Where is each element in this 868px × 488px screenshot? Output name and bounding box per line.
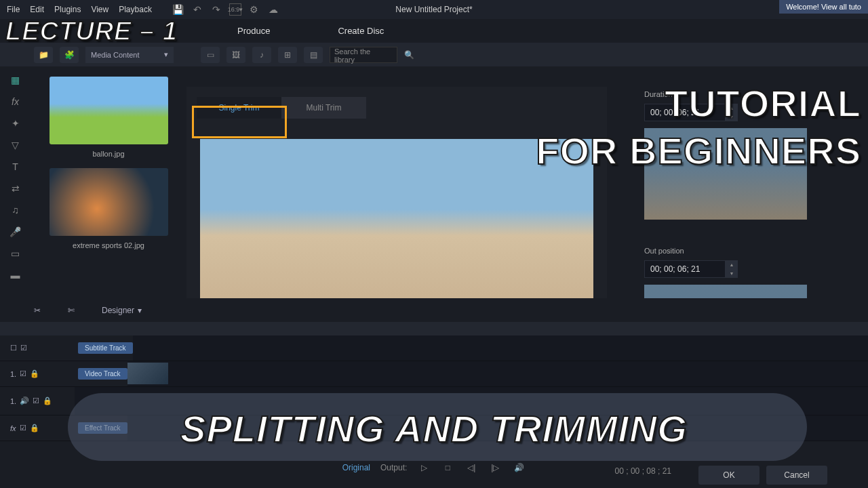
particle-room-icon[interactable]: ▽: [6, 137, 25, 153]
spinner-down-icon[interactable]: ▼: [726, 269, 738, 278]
view-audio-icon[interactable]: ♪: [252, 47, 271, 63]
chevron-down-icon: ▾: [138, 306, 142, 315]
designer-dropdown[interactable]: Designer▾: [102, 306, 142, 315]
aspect-icon[interactable]: 16:9▾: [229, 3, 241, 16]
next-frame-icon[interactable]: |▷: [488, 461, 502, 474]
out-position-label: Out position: [644, 247, 854, 255]
view-image-icon[interactable]: 🖼: [226, 47, 245, 63]
ok-button[interactable]: OK: [698, 466, 760, 485]
volume-icon[interactable]: 🔊: [512, 461, 526, 474]
original-label[interactable]: Original: [342, 463, 370, 472]
plugin-icon[interactable]: 🧩: [60, 47, 79, 63]
media-panel: ballon.jpg extreme sports 02.jpg: [31, 66, 186, 321]
track-lock-icon[interactable]: 🔒: [30, 369, 39, 378]
track-num: 1.: [10, 370, 16, 378]
menu-plugins[interactable]: Plugins: [54, 5, 81, 14]
spinner-up-icon[interactable]: ▲: [726, 260, 738, 269]
undo-icon[interactable]: ↶: [191, 3, 203, 16]
video-track: 1. ☑ 🔒 Video Track: [0, 361, 868, 387]
title-room-icon[interactable]: T: [6, 159, 25, 175]
grid-icon[interactable]: ⊞: [278, 47, 297, 63]
overlay-splitting: SPLITTING AND TRIMMING: [180, 407, 688, 451]
filter-icon[interactable]: ▤: [304, 47, 323, 63]
save-icon[interactable]: 💾: [172, 3, 184, 16]
project-title: New Untitled Project*: [395, 5, 472, 14]
redo-icon[interactable]: ↷: [210, 3, 222, 16]
subtitle-track-label[interactable]: Subtitle Track: [78, 342, 133, 354]
track-num: 1.: [10, 397, 16, 405]
output-label[interactable]: Output:: [380, 463, 407, 472]
welcome-banner[interactable]: Welcome! View all tuto: [779, 0, 868, 14]
media-label-2: extreme sports 02.jpg: [37, 241, 180, 249]
cut-icon[interactable]: ✄: [68, 306, 75, 315]
fx-icon: fx: [10, 424, 16, 432]
fx-room-icon[interactable]: fx: [6, 94, 25, 110]
tab-multi-trim[interactable]: Multi Trim: [281, 97, 366, 119]
cloud-icon[interactable]: ☁: [267, 3, 279, 16]
tab-create-disc[interactable]: Create Disc: [338, 26, 384, 36]
track-visible-icon[interactable]: ☑: [33, 396, 39, 405]
track-lock-icon[interactable]: 🔒: [43, 396, 52, 405]
overlay-lecture: LECTURE – 1: [5, 17, 178, 46]
video-track-label[interactable]: Video Track: [78, 368, 127, 380]
center-panel: ▶ Trim | Skateboard Single Trim Multi Tr…: [186, 66, 631, 321]
cancel-button[interactable]: Cancel: [766, 466, 827, 485]
menubar: File Edit Plugins View Playback 💾 ↶ ↷ 16…: [0, 0, 868, 19]
menu-file[interactable]: File: [7, 5, 20, 14]
trim-dialog: Single Trim Multi Trim: [186, 87, 607, 325]
subtitle-room-icon[interactable]: ▬: [6, 267, 25, 283]
out-spinner[interactable]: ▲ ▼: [726, 260, 738, 278]
menu-playback[interactable]: Playback: [119, 5, 152, 14]
media-content-dropdown[interactable]: Media Content▾: [85, 47, 174, 63]
menu-view[interactable]: View: [91, 5, 108, 14]
search-icon[interactable]: 🔍: [404, 50, 414, 60]
pip-room-icon[interactable]: ✦: [6, 115, 25, 131]
transition-room-icon[interactable]: ⇄: [6, 180, 25, 197]
trim-preview[interactable]: [200, 139, 593, 315]
track-visible-icon[interactable]: ☑: [20, 369, 26, 378]
playback-timecode: 00 ; 00 ; 08 ; 21: [615, 466, 671, 476]
search-input[interactable]: Search the library: [330, 47, 397, 63]
track-lock-icon[interactable]: 🔒: [30, 424, 39, 432]
left-sidebar: ▦ fx ✦ ▽ T ⇄ ♫ 🎤 ▭ ▬: [0, 66, 31, 321]
subtitle-track-content[interactable]: [133, 336, 868, 361]
track-checkbox[interactable]: ☐: [10, 344, 17, 352]
media-room-icon[interactable]: ▦: [6, 72, 25, 88]
video-track-content[interactable]: [127, 361, 868, 386]
voice-room-icon[interactable]: 🎤: [6, 224, 25, 240]
split-icon[interactable]: ✂: [34, 306, 41, 315]
import-icon[interactable]: 📁: [34, 47, 53, 63]
out-position-input[interactable]: 00; 00; 06; 21: [644, 260, 726, 278]
tab-produce[interactable]: Produce: [237, 26, 270, 36]
play-icon[interactable]: ▷: [417, 461, 431, 474]
media-thumb-sports[interactable]: [50, 168, 168, 236]
menu-edit[interactable]: Edit: [30, 5, 44, 14]
chevron-down-icon: ▾: [164, 50, 168, 59]
timeline-ruler[interactable]: [0, 322, 868, 336]
video-clip[interactable]: [127, 363, 168, 384]
view-all-icon[interactable]: ▭: [201, 47, 220, 63]
overlay-for-beginners: FOR BEGINNERS: [536, 129, 861, 173]
settings-icon[interactable]: ⚙: [248, 3, 260, 16]
track-visible-icon[interactable]: ☑: [20, 424, 26, 432]
track-visible-icon[interactable]: ☑: [20, 344, 27, 352]
stop-icon[interactable]: □: [441, 461, 454, 474]
chapter-room-icon[interactable]: ▭: [6, 245, 25, 262]
toolbar: 📁 🧩 Media Content▾ ▭ 🖼 ♪ ⊞ ▤ Search the …: [0, 43, 868, 66]
highlight-box: [192, 106, 287, 138]
media-thumb-balloon[interactable]: [50, 77, 168, 144]
subtitle-track: ☐ ☑ Subtitle Track: [0, 336, 868, 361]
audio-icon[interactable]: 🔊: [20, 396, 29, 405]
audio-room-icon[interactable]: ♫: [6, 202, 25, 218]
overlay-tutorial: TUTORIAL: [665, 81, 861, 125]
media-label-1: ballon.jpg: [37, 150, 180, 158]
prev-frame-icon[interactable]: ◁|: [465, 461, 478, 474]
